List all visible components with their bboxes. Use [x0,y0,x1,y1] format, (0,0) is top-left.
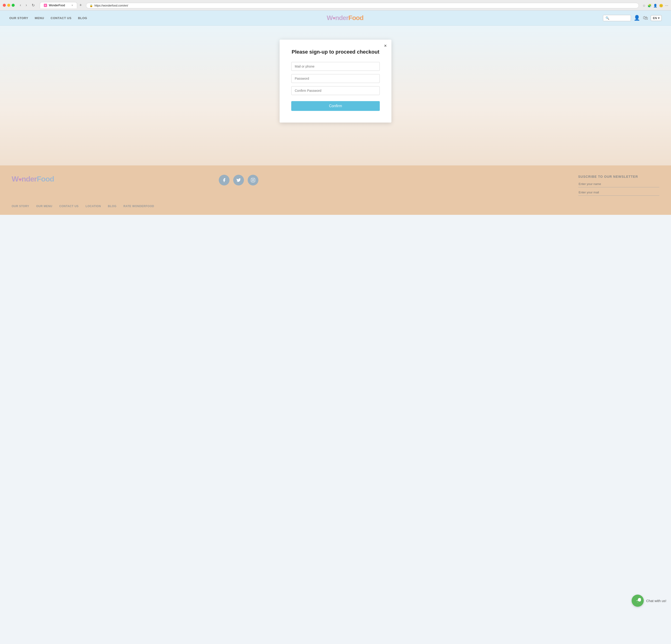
newsletter-title: SUSCRIBE TO OUR NEWSLETTER [578,175,659,178]
site-footer: W♥nderFood [0,165,671,215]
password-field-group [291,74,380,83]
search-input[interactable] [611,16,629,20]
svg-point-1 [637,601,638,601]
browser-reload-btn[interactable]: ↻ [30,2,36,8]
menu-btn[interactable]: ⋯ [665,4,668,8]
main-content: × Please sign-up to proceed checkout Con… [0,26,671,165]
browser-minimize-btn[interactable] [7,4,10,7]
browser-navigation: ‹ › ↻ [18,2,36,8]
footer-top: W♥nderFood [12,175,659,198]
mail-phone-input[interactable] [291,62,380,71]
site-logo: W♥nderFood [327,14,363,22]
new-tab-btn[interactable]: + [78,2,84,8]
footer-link-our-menu[interactable]: OUR MENU [36,205,52,208]
footer-link-rate[interactable]: RATE WONDERFOOD [124,205,154,208]
search-bar[interactable]: 🔍 [603,15,631,21]
newsletter-section: SUSCRIBE TO OUR NEWSLETTER [578,175,659,198]
browser-back-btn[interactable]: ‹ [18,2,22,8]
cart-icon[interactable]: 🛍 [643,15,648,21]
url-text: https://wonderfood.com/en/ [94,4,128,7]
footer-nav: OUR STORY OUR MENU CONTACT US LOCATION B… [12,205,659,208]
chat-widget[interactable]: Chat with us! [632,595,666,607]
nav-blog[interactable]: BLOG [78,16,87,20]
mail-field-group [291,62,380,71]
browser-close-btn[interactable] [3,4,6,7]
modal-title: Please sign-up to proceed checkout [291,49,380,55]
modal-overlay: × Please sign-up to proceed checkout Con… [5,40,666,151]
nav-contact-us[interactable]: CONTACT US [51,16,71,20]
main-nav: OUR STORY MENU CONTACT US BLOG [9,16,87,20]
newsletter-name-input[interactable] [578,181,659,187]
instagram-icon[interactable] [248,175,258,186]
logo-food: Food [348,14,363,22]
search-icon: 🔍 [606,16,609,20]
logo-wonder: W♥nder [327,14,348,22]
browser-forward-btn[interactable]: › [24,2,28,8]
confirm-password-field-group [291,86,380,95]
lock-icon: 🔒 [89,4,93,7]
address-bar-row: 🔒 https://wonderfood.com/en/ ☆ 🧩 👤 🙂 ⋯ [85,3,668,8]
tab-title: WonderFood [49,4,65,7]
nav-menu[interactable]: MENU [35,16,44,20]
modal-close-btn[interactable]: × [384,43,387,48]
emoji-btn[interactable]: 🙂 [659,4,663,8]
profile-btn[interactable]: 👤 [653,4,657,8]
footer-logo-food: Food [37,175,54,183]
newsletter-email-input[interactable] [578,189,659,196]
footer-link-blog[interactable]: BLOG [108,205,116,208]
extensions-btn[interactable]: 🧩 [647,4,651,8]
footer-logo: W♥nderFood [12,175,54,184]
browser-window-controls [3,4,15,7]
footer-link-location[interactable]: LOCATION [86,205,101,208]
svg-point-0 [636,601,637,601]
user-icon[interactable]: 👤 [634,15,640,21]
facebook-icon[interactable] [219,175,229,186]
browser-tab-wonderfood[interactable]: ♥ WonderFood × [40,2,77,8]
browser-maximize-btn[interactable] [12,4,15,7]
browser-toolbar-icons: ☆ 🧩 👤 🙂 ⋯ [643,4,668,8]
footer-link-contact-us[interactable]: CONTACT US [60,205,79,208]
chevron-down-icon: ▾ [658,16,660,20]
site-header: OUR STORY MENU CONTACT US BLOG W♥nderFoo… [0,11,671,26]
chat-label: Chat with us! [646,599,666,603]
confirm-password-input[interactable] [291,86,380,95]
footer-link-our-story[interactable]: OUR STORY [12,205,29,208]
password-input[interactable] [291,74,380,83]
lang-label: EN [653,16,657,20]
tab-close-btn[interactable]: × [72,4,73,7]
address-bar[interactable]: 🔒 https://wonderfood.com/en/ [86,3,639,8]
language-selector[interactable]: EN ▾ [651,15,662,21]
bookmark-btn[interactable]: ☆ [643,4,646,8]
chat-bubble-icon [632,595,644,607]
browser-chrome: ‹ › ↻ ♥ WonderFood × + 🔒 https://wonderf… [0,0,671,11]
tab-favicon: ♥ [44,4,47,7]
nav-our-story[interactable]: OUR STORY [9,16,28,20]
footer-logo-wonder: W♥nder [12,175,37,183]
header-right: 🔍 👤 🛍 EN ▾ [603,15,662,21]
browser-tab-bar: ♥ WonderFood × + [40,2,84,8]
twitter-icon[interactable] [233,175,244,186]
confirm-button[interactable]: Confirm [291,101,380,111]
footer-social [219,175,258,186]
svg-rect-3 [251,178,255,182]
signup-modal: × Please sign-up to proceed checkout Con… [280,40,391,123]
svg-point-2 [638,601,639,601]
